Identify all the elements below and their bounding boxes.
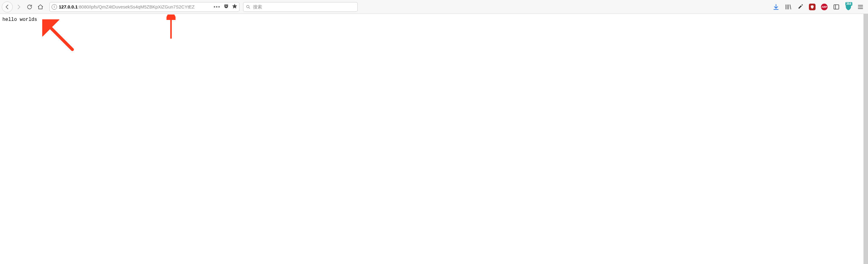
shield-extension-icon[interactable]: 364: [844, 3, 852, 11]
vertical-scrollbar[interactable]: [864, 14, 868, 264]
app-menu-button[interactable]: [857, 3, 864, 11]
reload-button[interactable]: [25, 2, 34, 12]
library-button[interactable]: [784, 3, 792, 11]
address-bar[interactable]: i 127.0.0.1:8080/ipfs/QmZ4tDuvesekSs4qM5…: [50, 2, 240, 12]
bookmark-star-icon[interactable]: [232, 4, 237, 10]
ublock-extension-icon[interactable]: [808, 3, 816, 11]
page-viewport: hello worlds: [0, 14, 868, 264]
svg-rect-1: [834, 4, 839, 9]
page-body-text: hello worlds: [0, 14, 868, 25]
forward-button: [14, 2, 24, 12]
search-bar[interactable]: [243, 2, 358, 12]
url-host: 127.0.0.1: [59, 4, 78, 9]
home-button[interactable]: [36, 2, 45, 12]
shield-count-badge: 364: [845, 2, 852, 6]
url-text: 127.0.0.1:8080/ipfs/QmZ4tDuvesekSs4qM5ZB…: [59, 4, 212, 9]
back-button[interactable]: [2, 1, 13, 12]
eyedropper-extension-icon[interactable]: [796, 3, 804, 11]
url-path: :8080/ipfs/QmZ4tDuvesekSs4qM5ZBKpXiZGun7…: [78, 4, 195, 9]
browser-toolbar: i 127.0.0.1:8080/ipfs/QmZ4tDuvesekSs4qM5…: [0, 0, 868, 14]
adblock-plus-extension-icon[interactable]: ABP: [820, 3, 828, 11]
sidebar-button[interactable]: [832, 3, 840, 11]
svg-point-0: [247, 5, 249, 7]
pocket-icon[interactable]: [223, 4, 229, 10]
toolbar-actions: ABP 364: [772, 3, 866, 11]
site-info-icon[interactable]: i: [52, 4, 57, 10]
page-actions-icon[interactable]: •••: [214, 4, 220, 10]
downloads-button[interactable]: [772, 3, 780, 11]
search-icon: [246, 4, 251, 9]
scrollbar-thumb[interactable]: [864, 14, 868, 264]
svg-line-2: [47, 24, 72, 50]
address-bar-actions: •••: [214, 4, 237, 10]
search-input[interactable]: [253, 4, 355, 9]
